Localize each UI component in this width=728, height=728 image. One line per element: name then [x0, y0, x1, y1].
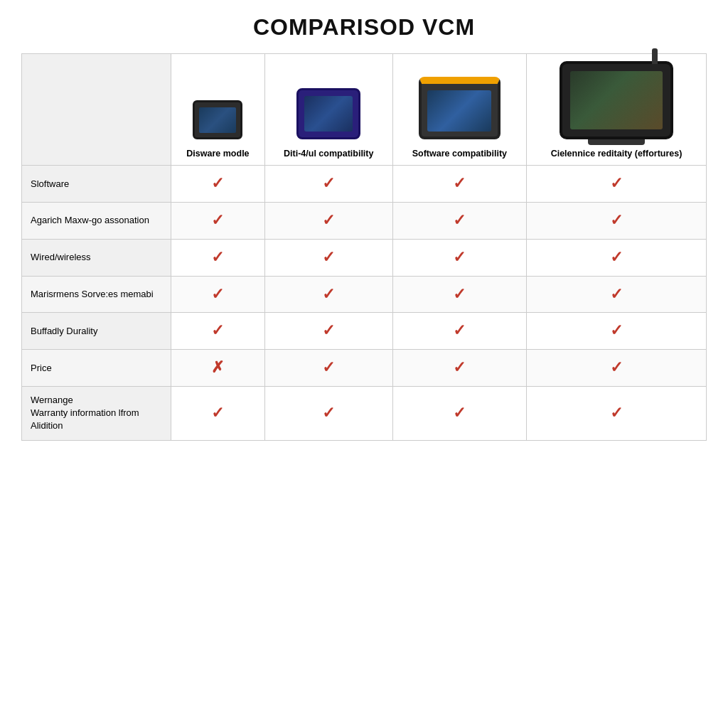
table-row: WernangeWarranty information lfrom Alidi…	[22, 387, 707, 441]
value-cell-1-col2: ✓	[264, 203, 392, 240]
feature-header	[22, 54, 171, 166]
feature-cell-4: Buffadly Durality	[22, 313, 171, 350]
value-cell-0-col3: ✓	[392, 166, 526, 203]
feature-cell-2: Wired/wireless	[22, 239, 171, 276]
check-icon: ✓	[211, 248, 224, 266]
value-cell-3-col1: ✓	[171, 276, 265, 313]
check-icon: ✓	[211, 321, 224, 339]
check-icon: ✓	[211, 285, 224, 303]
value-cell-1-col1: ✓	[171, 203, 265, 240]
feature-cell-0: Sloftware	[22, 166, 171, 203]
col1-header-label: Disware modle	[186, 148, 249, 159]
value-cell-2-col2: ✓	[264, 239, 392, 276]
feature-cell-5: Price	[22, 350, 171, 387]
value-cell-5-col3: ✓	[392, 350, 526, 387]
check-icon: ✓	[610, 248, 623, 266]
check-icon: ✓	[610, 321, 623, 339]
col1-header: Disware modle	[171, 54, 265, 166]
value-cell-2-col4: ✓	[527, 239, 707, 276]
check-icon: ✓	[322, 321, 335, 339]
col4-device-screen	[570, 71, 663, 129]
value-cell-3-col3: ✓	[392, 276, 526, 313]
value-cell-4-col3: ✓	[392, 313, 526, 350]
value-cell-1-col3: ✓	[392, 203, 526, 240]
check-icon: ✓	[453, 285, 466, 303]
col3-header: Software compatibility	[392, 54, 526, 166]
feature-cell-6: WernangeWarranty information lfrom Alidi…	[22, 387, 171, 441]
check-icon: ✓	[322, 174, 335, 192]
col1-device-container: Disware modle	[177, 100, 259, 159]
check-icon: ✓	[453, 404, 466, 422]
col2-device-screen	[304, 96, 353, 132]
check-icon: ✓	[453, 321, 466, 339]
check-icon: ✓	[322, 285, 335, 303]
col3-device-container: Software compatibility	[399, 77, 520, 159]
col1-device-screen	[199, 107, 236, 133]
value-cell-0-col1: ✓	[171, 166, 265, 203]
check-icon: ✓	[453, 174, 466, 192]
value-cell-1-col4: ✓	[527, 203, 707, 240]
col2-device-container: Diti-4/ul compatibility	[271, 88, 387, 159]
col4-header-label: Cielennice reditaity (effortures)	[551, 148, 682, 159]
col2-device-image	[296, 88, 360, 139]
check-icon: ✓	[322, 404, 335, 422]
page-title: COMPARISOD VCM	[21, 14, 707, 41]
header-row: Disware modle Diti-4/ul compatibility	[22, 54, 707, 166]
col2-header: Diti-4/ul compatibility	[264, 54, 392, 166]
value-cell-3-col4: ✓	[527, 276, 707, 313]
value-cell-2-col1: ✓	[171, 239, 265, 276]
value-cell-0-col4: ✓	[527, 166, 707, 203]
check-icon: ✓	[453, 248, 466, 266]
value-cell-6-col4: ✓	[527, 387, 707, 441]
col3-device-screen	[427, 90, 491, 132]
value-cell-6-col1: ✓	[171, 387, 265, 441]
check-icon: ✓	[610, 285, 623, 303]
check-icon: ✓	[211, 174, 224, 192]
check-icon: ✓	[610, 404, 623, 422]
table-row: Marisrmens Sorve:es memabi✓✓✓✓	[22, 276, 707, 313]
check-icon: ✓	[453, 211, 466, 229]
check-icon: ✓	[610, 211, 623, 229]
col3-header-label: Software compatibility	[412, 148, 507, 159]
cross-icon: ✗	[211, 358, 224, 376]
table-body: Sloftware✓✓✓✓Agarich Maxw-go assonation✓…	[22, 166, 707, 440]
value-cell-4-col4: ✓	[527, 313, 707, 350]
col4-device-container: Cielennice reditaity (effortures)	[532, 61, 700, 159]
table-row: Price✗✓✓✓	[22, 350, 707, 387]
value-cell-5-col1: ✗	[171, 350, 265, 387]
feature-cell-1: Agarich Maxw-go assonation	[22, 203, 171, 240]
table-row: Wired/wireless✓✓✓✓	[22, 239, 707, 276]
col4-header: Cielennice reditaity (effortures)	[527, 54, 707, 166]
check-icon: ✓	[322, 211, 335, 229]
check-icon: ✓	[322, 358, 335, 376]
page: COMPARISOD VCM Disware modle	[0, 0, 728, 728]
value-cell-5-col2: ✓	[264, 350, 392, 387]
check-icon: ✓	[211, 404, 224, 422]
value-cell-3-col2: ✓	[264, 276, 392, 313]
check-icon: ✓	[610, 174, 623, 192]
value-cell-6-col3: ✓	[392, 387, 526, 441]
feature-cell-3: Marisrmens Sorve:es memabi	[22, 276, 171, 313]
col4-device-image	[560, 61, 673, 139]
table-row: Sloftware✓✓✓✓	[22, 166, 707, 203]
comparison-table: Disware modle Diti-4/ul compatibility	[21, 53, 707, 441]
table-row: Buffadly Durality✓✓✓✓	[22, 313, 707, 350]
check-icon: ✓	[610, 358, 623, 376]
check-icon: ✓	[322, 248, 335, 266]
col3-device-image	[419, 77, 500, 139]
check-icon: ✓	[211, 211, 224, 229]
value-cell-2-col3: ✓	[392, 239, 526, 276]
check-icon: ✓	[453, 358, 466, 376]
col1-device-image	[193, 100, 242, 139]
table-row: Agarich Maxw-go assonation✓✓✓✓	[22, 203, 707, 240]
value-cell-6-col2: ✓	[264, 387, 392, 441]
value-cell-5-col4: ✓	[527, 350, 707, 387]
col2-header-label: Diti-4/ul compatibility	[284, 148, 373, 159]
value-cell-4-col2: ✓	[264, 313, 392, 350]
value-cell-4-col1: ✓	[171, 313, 265, 350]
value-cell-0-col2: ✓	[264, 166, 392, 203]
